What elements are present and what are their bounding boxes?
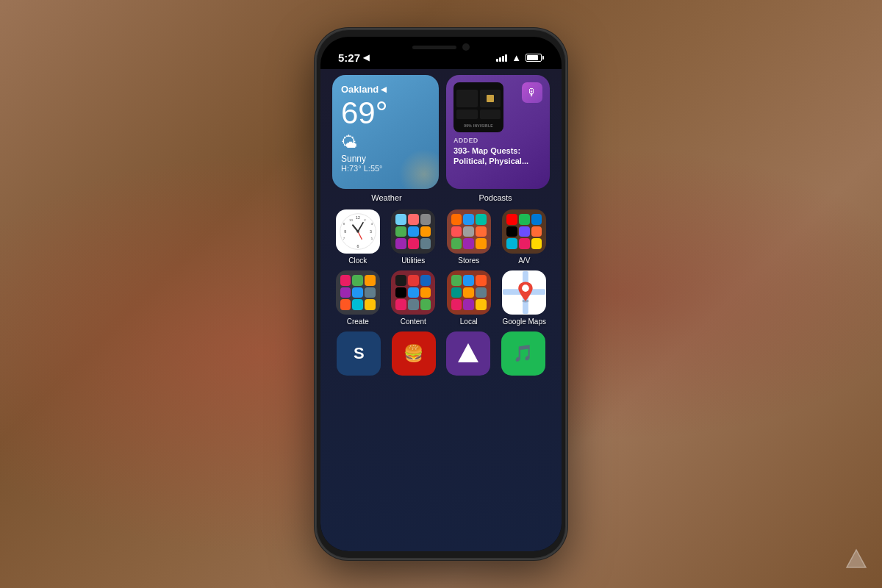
location-arrow-icon: ◀ xyxy=(381,85,387,93)
podcast-album-art: 99% INVISIBLE xyxy=(453,82,503,132)
widgets-row: Oakland ◀ 69° 🌤 Sunny H:73° L:55° xyxy=(332,75,550,189)
app-grid-row1: 12 3 6 9 10 2 8 4 7 5 xyxy=(332,209,550,265)
podcast-status: ADDED xyxy=(453,137,542,144)
utilities-app[interactable]: Utilities xyxy=(388,209,440,265)
utilities-app-icon xyxy=(391,209,435,254)
bottom-partial-apps: S 🍔 xyxy=(332,331,550,376)
clock-app-icon: 12 3 6 9 10 2 8 4 7 5 xyxy=(336,209,380,254)
notch xyxy=(393,37,489,57)
content-app-icon xyxy=(391,270,435,315)
podcasts-label: Podcasts xyxy=(441,193,550,202)
podcast-episode-title: 393- Map Quests: Political, Physical... xyxy=(453,146,542,167)
spotify-app-icon: 🎵 xyxy=(501,331,545,376)
create-app-label: Create xyxy=(347,318,369,326)
av-app-label: A/V xyxy=(518,257,530,265)
sun-icon: 🌤 xyxy=(341,133,430,152)
weather-city: Oakland ◀ xyxy=(341,84,430,95)
burgerking-app[interactable]: 🍔 xyxy=(389,331,440,376)
svg-text:3: 3 xyxy=(370,229,372,234)
podcasts-app-icon: 🎙 xyxy=(522,82,542,103)
time-display: 5:27 xyxy=(338,51,360,64)
weather-high-low: H:73° L:55° xyxy=(341,164,430,173)
svg-marker-20 xyxy=(458,343,478,362)
status-time-area: 5:27 ◀ xyxy=(338,51,369,64)
create-app-icon xyxy=(336,270,380,315)
location-icon: ◀ xyxy=(363,53,369,62)
content-app-label: Content xyxy=(401,318,426,326)
weather-widget[interactable]: Oakland ◀ 69° 🌤 Sunny H:73° L:55° xyxy=(332,75,439,189)
weather-condition: Sunny xyxy=(341,154,430,164)
signal-icon xyxy=(496,53,507,62)
google-maps-app[interactable]: Google Maps xyxy=(499,270,551,326)
av-app[interactable]: A/V xyxy=(499,209,551,265)
local-app-icon xyxy=(447,270,491,315)
weather-label: Weather xyxy=(332,193,441,202)
svg-marker-21 xyxy=(847,550,866,567)
status-icons: ▲ xyxy=(496,52,544,63)
unknown-app-icon xyxy=(446,331,490,376)
battery-icon xyxy=(526,54,544,62)
wifi-icon: ▲ xyxy=(512,52,521,63)
stores-app-icon xyxy=(447,209,491,254)
svg-text:10: 10 xyxy=(349,218,353,222)
burgerking-app-icon: 🍔 xyxy=(392,331,436,376)
front-camera xyxy=(462,43,470,51)
phone-screen: 5:27 ◀ ▲ xyxy=(320,37,562,551)
phone-device: 5:27 ◀ ▲ xyxy=(316,29,566,559)
app-grid-row2: Create xyxy=(332,270,550,326)
av-app-icon xyxy=(502,209,546,254)
svg-text:9: 9 xyxy=(344,229,346,234)
clock-svg: 12 3 6 9 10 2 8 4 7 5 xyxy=(339,212,377,251)
podcasts-widget[interactable]: 99% INVISIBLE 🎙 ADDED 393- Map Quests: P… xyxy=(446,75,550,189)
spotify-app[interactable]: 🎵 xyxy=(498,331,549,376)
create-app[interactable]: Create xyxy=(332,270,384,326)
scribd-app-icon: S xyxy=(337,331,381,376)
clock-app[interactable]: 12 3 6 9 10 2 8 4 7 5 xyxy=(332,209,384,265)
triangle-logo-svg xyxy=(455,340,481,367)
svg-text:6: 6 xyxy=(356,244,359,248)
svg-point-14 xyxy=(356,230,359,232)
svg-point-19 xyxy=(522,284,529,292)
svg-text:12: 12 xyxy=(356,215,360,220)
stores-app[interactable]: Stores xyxy=(443,209,495,265)
content-app[interactable]: Content xyxy=(388,270,440,326)
scribd-app[interactable]: S xyxy=(334,331,384,376)
watermark xyxy=(845,548,867,573)
weather-temperature: 69° xyxy=(341,96,430,130)
local-app[interactable]: Local xyxy=(443,270,495,326)
podcast-header: 99% INVISIBLE 🎙 xyxy=(453,82,542,132)
stores-app-label: Stores xyxy=(458,257,479,265)
google-maps-app-icon xyxy=(502,270,546,315)
speaker xyxy=(412,46,456,49)
google-maps-svg xyxy=(503,271,545,314)
unknown-app[interactable] xyxy=(443,331,494,376)
widget-labels: Weather Podcasts xyxy=(332,193,550,202)
watermark-logo xyxy=(845,548,867,570)
home-screen: Oakland ◀ 69° 🌤 Sunny H:73° L:55° xyxy=(320,69,562,551)
google-maps-app-label: Google Maps xyxy=(503,318,546,326)
clock-app-label: Clock xyxy=(348,257,367,265)
local-app-label: Local xyxy=(460,318,478,326)
utilities-app-label: Utilities xyxy=(401,257,425,265)
podcast-info: ADDED 393- Map Quests: Political, Physic… xyxy=(453,137,542,167)
